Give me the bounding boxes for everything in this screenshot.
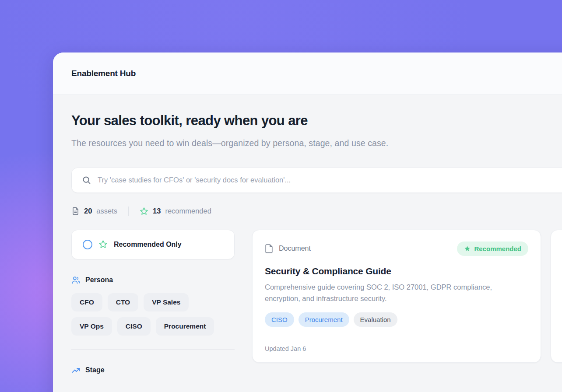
recommended-count-stat: 13 recommended: [140, 207, 211, 216]
search-bar[interactable]: [71, 168, 562, 193]
persona-chip-procurement[interactable]: Procurement: [156, 317, 214, 336]
recommended-label: recommended: [165, 207, 211, 215]
card-type-label: Document: [279, 245, 311, 252]
assets-label: assets: [96, 207, 117, 215]
tag-evaluation[interactable]: Evaluation: [354, 312, 397, 327]
app-title: Enablement Hub: [71, 69, 136, 78]
recommended-only-label: Recommended Only: [114, 241, 182, 248]
assets-count-stat: 20 assets: [71, 207, 117, 215]
tag-ciso[interactable]: CISO: [265, 312, 294, 327]
stats-row: 20 assets 13 recommended: [71, 206, 562, 216]
persona-chip-cto[interactable]: CTO: [108, 293, 138, 312]
card-title: Security & Compliance Guide: [265, 266, 528, 276]
card-updated-date: Updated Jan 6: [265, 345, 306, 352]
card-header-row: Document Recommended: [265, 242, 528, 256]
asset-card-partial[interactable]: [551, 230, 562, 363]
persona-chip-vp-ops[interactable]: VP Ops: [71, 317, 112, 336]
recommended-only-toggle[interactable]: Recommended Only: [71, 230, 235, 259]
card-tag-list: CISO Procurement Evaluation: [265, 312, 528, 327]
card-footer: Updated Jan 6: [265, 338, 528, 362]
document-icon: [265, 244, 273, 253]
filters-sidebar: Recommended Only Persona CFO CTO: [71, 230, 235, 383]
divider: [71, 349, 235, 350]
persona-chip-list: CFO CTO VP Sales VP Ops CISO Procurement: [71, 293, 235, 336]
app-panel: Enablement Hub Your sales toolkit, ready…: [53, 52, 562, 392]
persona-chip-vp-sales[interactable]: VP Sales: [144, 293, 189, 312]
radio-circle-icon[interactable]: [83, 240, 92, 249]
star-outline-icon: [98, 240, 108, 249]
persona-chip-ciso[interactable]: CISO: [117, 317, 151, 336]
file-icon: [71, 207, 80, 215]
recommended-count: 13: [153, 207, 161, 215]
main-grid: Recommended Only Persona CFO CTO: [71, 230, 562, 383]
search-input[interactable]: [98, 176, 562, 184]
persona-filter-section: Persona CFO CTO VP Sales VP Ops CISO Pro…: [71, 276, 235, 336]
page-title: Your sales toolkit, ready when you are: [71, 113, 562, 129]
stage-filter-label: Stage: [85, 366, 105, 374]
stage-filter-header: Stage: [71, 366, 235, 375]
recommended-badge-label: Recommended: [474, 245, 521, 252]
assets-count: 20: [84, 207, 92, 215]
persona-filter-header: Persona: [71, 276, 235, 285]
recommended-badge: Recommended: [457, 242, 528, 256]
asset-card-security-compliance[interactable]: Document Recommended Security & Complian…: [252, 230, 541, 363]
persona-chip-cfo[interactable]: CFO: [71, 293, 102, 312]
divider: [128, 206, 129, 216]
persona-filter-label: Persona: [85, 276, 113, 284]
card-description: Comprehensive guide covering SOC 2, ISO …: [265, 281, 520, 304]
star-filled-icon: [464, 245, 471, 252]
main-content: Your sales toolkit, ready when you are T…: [53, 95, 562, 392]
trending-up-icon: [71, 366, 81, 375]
users-icon: [71, 276, 81, 285]
card-type: Document: [265, 244, 311, 253]
app-header: Enablement Hub: [53, 52, 562, 95]
asset-card-list: Document Recommended Security & Complian…: [252, 230, 562, 363]
stage-filter-section: Stage: [71, 366, 235, 375]
star-outline-icon: [140, 207, 148, 216]
tag-procurement[interactable]: Procurement: [299, 312, 349, 327]
search-icon: [82, 175, 91, 185]
page-subtitle: The resources you need to win deals—orga…: [71, 136, 422, 151]
